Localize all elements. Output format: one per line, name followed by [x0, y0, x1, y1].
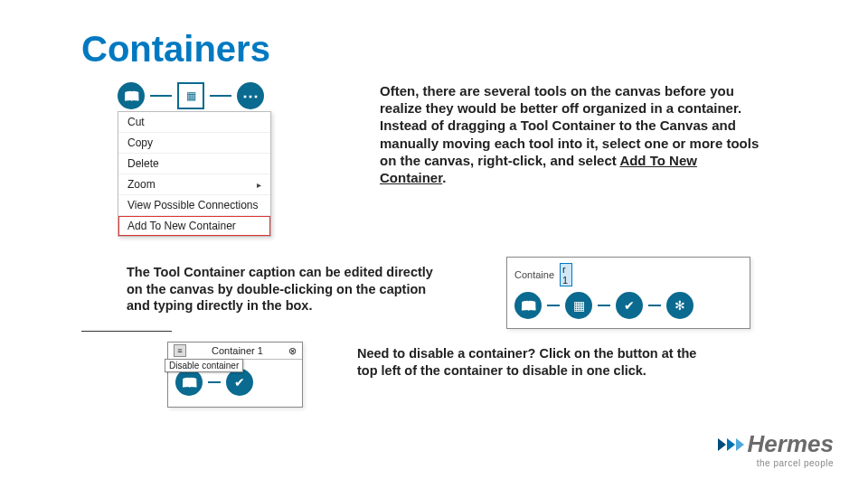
context-menu-screenshot: ▦ Cut Copy Delete Zoom View Possible Con… [81, 82, 271, 237]
hermes-logo: Hermes the parcel people [718, 430, 834, 468]
disable-container-screenshot: ≡ Container 1 ⊗ Disable container [167, 342, 303, 408]
menu-item-add-to-new-container[interactable]: Add To New Container [118, 216, 270, 236]
canvas-tool-row: ▦ [118, 82, 271, 109]
menu-label: Zoom [127, 178, 156, 191]
connector-line [598, 305, 610, 306]
container-caption: Container 1 [212, 345, 263, 356]
paragraph-add-to-container: Often, there are several tools on the ca… [380, 82, 760, 186]
menu-item-zoom[interactable]: Zoom [118, 174, 270, 195]
menu-label: Delete [127, 157, 159, 170]
logo-chevrons-icon [718, 438, 744, 451]
menu-item-cut[interactable]: Cut [118, 112, 270, 133]
menu-item-copy[interactable]: Copy [118, 133, 270, 154]
menu-item-delete[interactable]: Delete [118, 154, 270, 174]
connector-line [208, 381, 221, 383]
pointer-line [81, 331, 172, 332]
caption-prefix: Containe [514, 269, 554, 280]
tool-check-icon [226, 369, 253, 396]
container-tools-row [514, 292, 742, 319]
container-edit-screenshot: Container 1 [506, 257, 750, 329]
menu-label: Cut [127, 116, 145, 128]
connector-line [547, 305, 560, 306]
tooltip-disable-container: Disable container [165, 359, 243, 372]
context-menu: Cut Copy Delete Zoom View Possible Conne… [118, 111, 271, 237]
logo-brand-text: Hermes [748, 430, 834, 458]
paragraph-edit-caption: The Tool Container caption can be edited… [127, 264, 434, 314]
text-run: . [442, 170, 446, 185]
container-close-icon[interactable]: ⊗ [288, 345, 297, 357]
slide-title: Containers [81, 29, 787, 70]
tool-gear-icon [666, 292, 693, 319]
text-run: Often, there are several tools on the ca… [380, 83, 759, 168]
submenu-arrow-icon [257, 178, 261, 191]
logo-tagline: the parcel people [718, 458, 834, 468]
tool-check-icon [616, 292, 643, 319]
tool-book-icon [514, 292, 542, 319]
menu-label: Copy [127, 136, 153, 149]
caption-edit-field[interactable]: r 1 [560, 263, 572, 286]
connector-line [648, 305, 661, 306]
tool-grid-icon [565, 292, 592, 319]
tool-book-icon [175, 369, 203, 396]
menu-label: View Possible Connections [127, 199, 259, 211]
tool-book-icon [118, 82, 145, 109]
tool-grid-icon: ▦ [177, 82, 204, 109]
paragraph-disable-container: Need to disable a container? Click on th… [357, 345, 701, 379]
connector-line [210, 95, 231, 97]
menu-item-view-connections[interactable]: View Possible Connections [118, 195, 270, 216]
container-disable-button[interactable]: ≡ [174, 344, 186, 357]
tool-dots-icon [237, 82, 264, 109]
menu-label: Add To New Container [127, 220, 236, 232]
connector-line [150, 95, 172, 97]
